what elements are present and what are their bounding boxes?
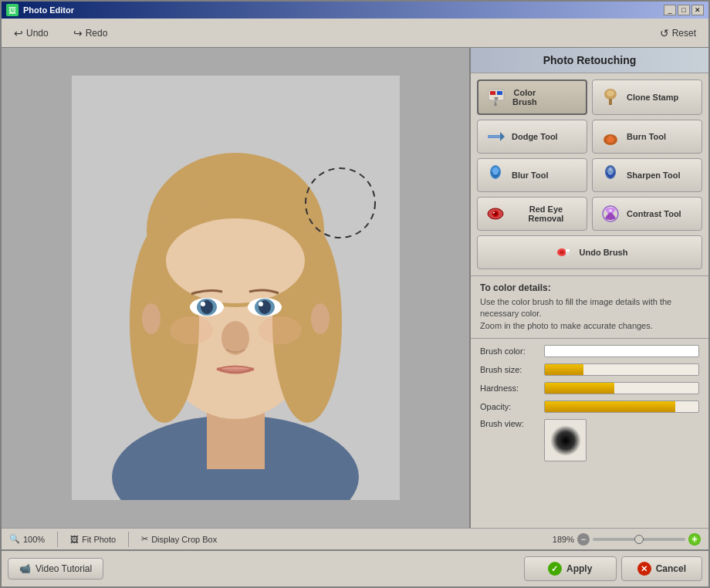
action-buttons: ✓ Apply ✕ Cancel (524, 556, 702, 581)
maximize-button[interactable]: □ (678, 5, 690, 15)
svg-rect-27 (609, 99, 612, 105)
svg-point-12 (201, 302, 205, 306)
app-icon: 🖼 (6, 4, 19, 16)
fit-photo-label: Fit Photo (82, 535, 116, 544)
panel-title: Photo Retouching (471, 48, 708, 73)
sharpen-tool-label: Sharpen Tool (627, 171, 680, 180)
properties-section: Brush color: Brush size: Hardness: (471, 338, 708, 528)
zoom-slider[interactable] (593, 538, 685, 541)
info-section: To color details: Use the color brush to… (471, 275, 708, 338)
color-brush-icon (485, 86, 508, 109)
canvas-area[interactable] (2, 48, 469, 528)
svg-point-17 (221, 321, 249, 355)
x-icon: ✕ (637, 562, 651, 576)
fit-photo-item[interactable]: 🖼 Fit Photo (70, 535, 116, 544)
zoom-percent: 🔍 100% (9, 534, 45, 544)
contrast-tool-icon (599, 202, 622, 225)
fit-photo-icon: 🖼 (70, 535, 79, 544)
red-eye-removal-button[interactable]: Red Eye Removal (477, 197, 587, 231)
tools-grid: ColorBrush Clone Stamp (471, 73, 708, 275)
red-eye-removal-icon (484, 202, 507, 225)
undo-label: Undo (26, 28, 49, 39)
reset-label: Reset (672, 28, 696, 39)
svg-rect-48 (566, 249, 570, 252)
brush-size-row: Brush size: (480, 363, 699, 376)
main-window: 🖼 Photo Editor _ □ ✕ ↩ Undo ↪ Redo ↺ Res… (0, 0, 710, 588)
video-tutorial-button[interactable]: 📹 Video Tutorial (8, 558, 103, 580)
undo-brush-icon (552, 241, 575, 264)
sharpen-tool-icon (599, 164, 622, 187)
zoom-slider-area: 189% − + (553, 533, 701, 546)
opacity-bar-container[interactable] (544, 400, 699, 413)
undo-brush-label: Undo Brush (580, 248, 628, 257)
brush-circle (550, 425, 581, 456)
brush-size-bar-container[interactable] (544, 363, 699, 376)
display-crop-label: Display Crop Box (151, 535, 217, 544)
display-crop-item[interactable]: ✂ Display Crop Box (141, 534, 217, 544)
svg-rect-25 (497, 91, 502, 95)
burn-tool-icon (599, 125, 622, 148)
brush-preview (544, 419, 587, 461)
blur-tool-button[interactable]: Blur Tool (477, 158, 587, 192)
contrast-tool-button[interactable]: Contrast Tool (592, 197, 702, 231)
undo-icon: ↩ (14, 27, 23, 39)
color-brush-button[interactable]: ColorBrush (477, 79, 587, 115)
dodge-tool-label: Dodge Tool (512, 132, 558, 141)
hardness-row: Hardness: (480, 382, 699, 394)
brush-color-swatch[interactable] (544, 345, 699, 357)
brush-view-row: Brush view: (480, 419, 699, 461)
video-icon: 📹 (19, 563, 31, 574)
apply-button[interactable]: ✓ Apply (524, 556, 617, 581)
brush-view-label: Brush view: (480, 419, 538, 428)
redo-button[interactable]: ↪ Redo (69, 25, 113, 41)
cancel-button[interactable]: ✕ Cancel (621, 556, 702, 581)
undo-brush-button[interactable]: Undo Brush (477, 235, 702, 269)
color-brush-label: ColorBrush (512, 88, 537, 106)
check-icon: ✓ (548, 562, 562, 576)
title-bar: 🖼 Photo Editor _ □ ✕ (2, 2, 708, 19)
zoom-thumb (634, 535, 644, 544)
hardness-bar-container[interactable] (544, 382, 699, 394)
reset-button[interactable]: ↺ Reset (655, 25, 701, 41)
minimize-button[interactable]: _ (664, 5, 676, 15)
separator-2 (128, 532, 129, 547)
svg-point-19 (259, 316, 302, 344)
close-button[interactable]: ✕ (691, 5, 704, 15)
sharpen-tool-button[interactable]: Sharpen Tool (592, 158, 702, 192)
cancel-label: Cancel (656, 563, 686, 574)
window-title: Photo Editor (23, 5, 659, 15)
brush-color-row: Brush color: (480, 345, 699, 357)
main-content: Photo Retouching ColorBrush (2, 48, 708, 528)
zoom-in-button[interactable]: + (688, 533, 701, 546)
right-panel: Photo Retouching ColorBrush (469, 48, 708, 528)
info-text: Use the color brush to fill the image de… (480, 296, 699, 332)
zoom-out-button[interactable]: − (577, 533, 590, 546)
svg-point-46 (560, 251, 564, 255)
blur-tool-label: Blur Tool (512, 171, 548, 180)
redo-icon: ↪ (73, 27, 83, 39)
opacity-row: Opacity: (480, 400, 699, 413)
photo-canvas[interactable] (72, 76, 400, 500)
video-tutorial-label: Video Tutorial (36, 563, 92, 574)
redo-label: Redo (86, 28, 108, 39)
svg-marker-30 (500, 132, 505, 141)
reset-icon: ↺ (660, 27, 669, 39)
svg-point-16 (259, 302, 263, 306)
burn-tool-label: Burn Tool (627, 132, 666, 141)
brush-size-bar (545, 364, 583, 375)
clone-stamp-button[interactable]: Clone Stamp (592, 79, 702, 115)
dodge-tool-button[interactable]: Dodge Tool (477, 120, 587, 154)
toolbar: ↩ Undo ↪ Redo ↺ Reset (2, 19, 708, 48)
bottom-bar: 📹 Video Tutorial ✓ Apply ✕ Cancel (2, 549, 708, 586)
svg-point-28 (607, 90, 614, 96)
svg-point-42 (493, 212, 495, 214)
burn-tool-button[interactable]: Burn Tool (592, 120, 702, 154)
brush-color-label: Brush color: (480, 346, 538, 356)
undo-button[interactable]: ↩ Undo (9, 25, 53, 41)
crop-icon: ✂ (141, 534, 148, 544)
status-bar: 🔍 100% 🖼 Fit Photo ✂ Display Crop Box 18… (2, 528, 708, 549)
hardness-label: Hardness: (480, 384, 538, 393)
brush-size-label: Brush size: (480, 365, 538, 374)
info-title: To color details: (480, 282, 699, 293)
apply-label: Apply (566, 563, 592, 574)
